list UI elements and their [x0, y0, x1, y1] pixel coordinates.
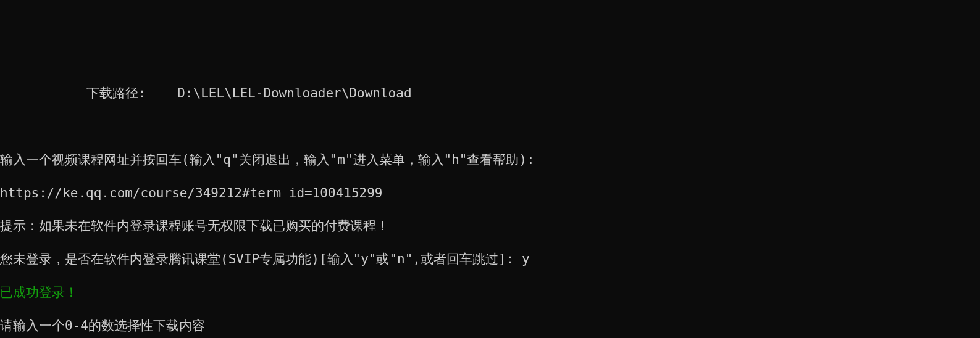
- hint-line: 提示：如果未在软件内登录课程账号无权限下载已购买的付费课程！: [0, 218, 980, 234]
- login-prompt[interactable]: 您未登录，是否在软件内登录腾讯课堂(SVIP专属功能)[输入"y"或"n",或者…: [0, 251, 980, 268]
- blank-line: [0, 118, 980, 135]
- url-input-value[interactable]: https://ke.qq.com/course/349212#term_id=…: [0, 185, 980, 202]
- download-path-row: 下载路径: D:\LEL\LEL-Downloader\Download: [0, 85, 980, 102]
- download-path-label: 下载路径:: [86, 86, 146, 101]
- input-prompt: 输入一个视频课程网址并按回车(输入"q"关闭退出，输入"m"进入菜单，输入"h"…: [0, 152, 980, 168]
- divider-line: ________________________________________…: [0, 67, 980, 69]
- choose-prompt: 请输入一个0-4的数选择性下载内容: [0, 318, 980, 334]
- login-success: 已成功登录！: [0, 284, 980, 301]
- download-path-value: D:\LEL\LEL-Downloader\Download: [177, 86, 411, 101]
